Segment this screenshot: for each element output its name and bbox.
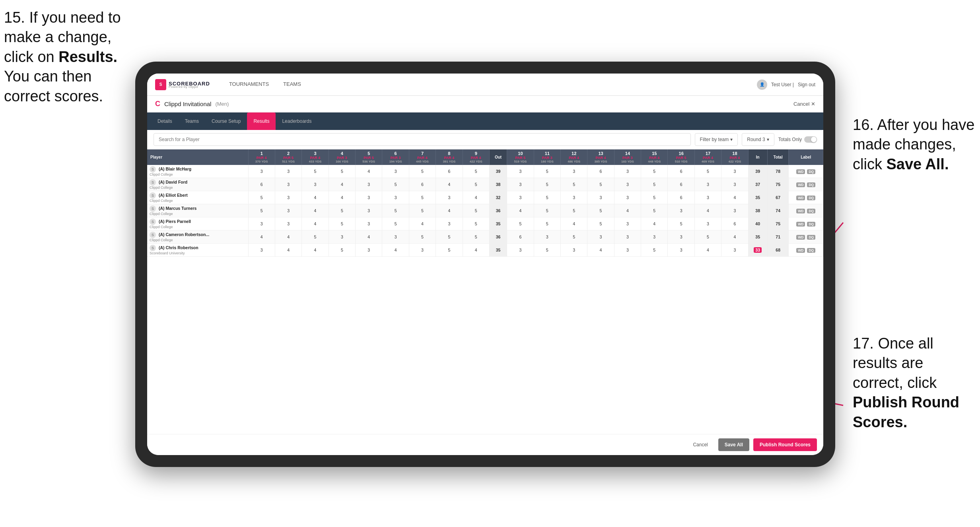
score-hole-6[interactable]: 3 <box>382 165 409 178</box>
score-hole-7[interactable]: 5 <box>409 191 436 204</box>
score-hole-7[interactable]: 6 <box>409 178 436 191</box>
score-hole-5[interactable]: 3 <box>356 217 382 231</box>
score-hole-3[interactable]: 5 <box>302 231 329 244</box>
score-hole-9[interactable]: 4 <box>463 191 489 204</box>
score-hole-17[interactable]: 5 <box>694 231 721 244</box>
score-hole-10[interactable]: 4 <box>507 204 534 217</box>
tab-leaderboards[interactable]: Leaderboards <box>276 112 318 130</box>
score-hole-18[interactable]: 4 <box>721 231 748 244</box>
score-hole-8[interactable]: 4 <box>436 204 463 217</box>
score-hole-13[interactable]: 5 <box>587 204 614 217</box>
score-hole-4[interactable]: 4 <box>329 191 355 204</box>
score-hole-7[interactable]: 4 <box>409 217 436 231</box>
score-hole-2[interactable]: 3 <box>275 191 301 204</box>
score-hole-8[interactable]: 6 <box>436 165 463 178</box>
score-hole-12[interactable]: 4 <box>560 217 587 231</box>
score-hole-14[interactable]: 3 <box>614 244 641 257</box>
tab-course-setup[interactable]: Course Setup <box>205 112 247 130</box>
score-hole-5[interactable]: 3 <box>356 178 382 191</box>
score-hole-1[interactable]: 3 <box>248 217 275 231</box>
score-hole-4[interactable]: 5 <box>329 244 355 257</box>
score-hole-9[interactable]: 5 <box>463 204 489 217</box>
score-hole-16[interactable]: 3 <box>668 244 694 257</box>
score-hole-4[interactable]: 5 <box>329 217 355 231</box>
score-hole-4[interactable]: 3 <box>329 231 355 244</box>
score-hole-13[interactable]: 3 <box>587 191 614 204</box>
score-hole-11[interactable]: 5 <box>534 204 560 217</box>
score-hole-14[interactable]: 3 <box>614 178 641 191</box>
tab-details[interactable]: Details <box>151 112 179 130</box>
score-hole-16[interactable]: 3 <box>668 204 694 217</box>
score-hole-16[interactable]: 5 <box>668 217 694 231</box>
score-hole-12[interactable]: 5 <box>560 204 587 217</box>
score-hole-15[interactable]: 5 <box>641 244 668 257</box>
score-hole-5[interactable]: 3 <box>356 204 382 217</box>
score-hole-8[interactable]: 5 <box>436 231 463 244</box>
score-hole-13[interactable]: 5 <box>587 178 614 191</box>
score-hole-4[interactable]: 4 <box>329 178 355 191</box>
filter-by-team-btn[interactable]: Filter by team ▾ <box>695 133 738 146</box>
publish-round-scores-btn[interactable]: Publish Round Scores <box>753 438 817 451</box>
score-hole-13[interactable]: 5 <box>587 217 614 231</box>
score-hole-15[interactable]: 3 <box>641 231 668 244</box>
score-hole-12[interactable]: 3 <box>560 191 587 204</box>
score-hole-4[interactable]: 5 <box>329 204 355 217</box>
score-hole-11[interactable]: 3 <box>534 231 560 244</box>
score-hole-14[interactable]: 4 <box>614 204 641 217</box>
cancel-footer-btn[interactable]: Cancel <box>686 438 714 451</box>
score-hole-7[interactable]: 3 <box>409 244 436 257</box>
score-hole-1[interactable]: 5 <box>248 204 275 217</box>
score-hole-11[interactable]: 5 <box>534 217 560 231</box>
score-hole-10[interactable]: 3 <box>507 165 534 178</box>
score-hole-8[interactable]: 5 <box>436 244 463 257</box>
save-all-btn[interactable]: Save All <box>718 438 749 451</box>
score-hole-6[interactable]: 5 <box>382 217 409 231</box>
score-hole-7[interactable]: 5 <box>409 204 436 217</box>
score-hole-6[interactable]: 3 <box>382 191 409 204</box>
search-input[interactable] <box>154 133 691 146</box>
score-hole-15[interactable]: 5 <box>641 191 668 204</box>
score-hole-3[interactable]: 4 <box>302 244 329 257</box>
score-hole-2[interactable]: 3 <box>275 178 301 191</box>
score-hole-12[interactable]: 3 <box>560 165 587 178</box>
score-hole-3[interactable]: 4 <box>302 204 329 217</box>
score-hole-16[interactable]: 6 <box>668 191 694 204</box>
score-hole-11[interactable]: 5 <box>534 244 560 257</box>
score-hole-6[interactable]: 5 <box>382 178 409 191</box>
score-hole-14[interactable]: 3 <box>614 165 641 178</box>
score-hole-1[interactable]: 3 <box>248 244 275 257</box>
score-hole-2[interactable]: 3 <box>275 165 301 178</box>
score-hole-5[interactable]: 4 <box>356 165 382 178</box>
totals-only-toggle[interactable]: Totals Only <box>778 136 817 143</box>
score-hole-17[interactable]: 4 <box>694 204 721 217</box>
score-hole-8[interactable]: 3 <box>436 191 463 204</box>
score-hole-10[interactable]: 3 <box>507 191 534 204</box>
score-hole-6[interactable]: 4 <box>382 244 409 257</box>
score-hole-16[interactable]: 6 <box>668 178 694 191</box>
score-hole-6[interactable]: 5 <box>382 204 409 217</box>
score-hole-14[interactable]: 3 <box>614 191 641 204</box>
score-hole-18[interactable]: 3 <box>721 204 748 217</box>
score-hole-2[interactable]: 4 <box>275 231 301 244</box>
score-hole-16[interactable]: 3 <box>668 231 694 244</box>
score-hole-3[interactable]: 4 <box>302 191 329 204</box>
score-hole-7[interactable]: 5 <box>409 231 436 244</box>
cancel-tournament-btn[interactable]: Cancel ✕ <box>793 101 815 107</box>
score-hole-4[interactable]: 5 <box>329 165 355 178</box>
score-hole-18[interactable]: 6 <box>721 217 748 231</box>
tab-results[interactable]: Results <box>247 112 276 130</box>
score-hole-10[interactable]: 5 <box>507 217 534 231</box>
score-hole-13[interactable]: 6 <box>587 165 614 178</box>
score-hole-9[interactable]: 4 <box>463 244 489 257</box>
score-hole-6[interactable]: 3 <box>382 231 409 244</box>
score-hole-17[interactable]: 3 <box>694 178 721 191</box>
score-hole-15[interactable]: 4 <box>641 217 668 231</box>
score-hole-15[interactable]: 5 <box>641 178 668 191</box>
score-hole-9[interactable]: 5 <box>463 178 489 191</box>
score-hole-2[interactable]: 3 <box>275 217 301 231</box>
score-hole-17[interactable]: 3 <box>694 217 721 231</box>
score-hole-16[interactable]: 6 <box>668 165 694 178</box>
score-hole-5[interactable]: 4 <box>356 231 382 244</box>
score-hole-18[interactable]: 3 <box>721 165 748 178</box>
score-hole-12[interactable]: 5 <box>560 178 587 191</box>
